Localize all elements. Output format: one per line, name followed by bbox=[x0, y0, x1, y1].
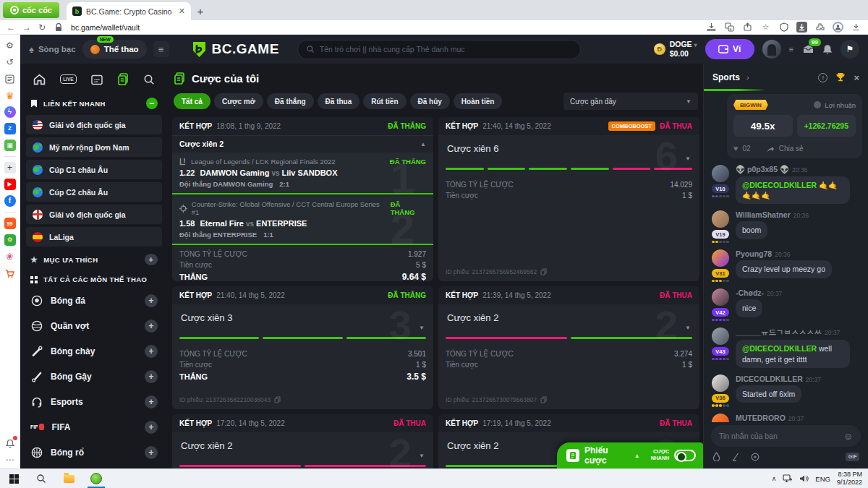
chevron-down-icon[interactable]: ▼ bbox=[419, 325, 425, 331]
extensions-puzzle-icon[interactable] bbox=[814, 22, 825, 33]
zalo-icon[interactable]: Z bbox=[4, 123, 16, 134]
sort-dropdown[interactable]: Cược gần đây ▼ bbox=[563, 93, 698, 110]
crown-icon[interactable]: ♛ bbox=[4, 90, 16, 101]
sidebar-item-football[interactable]: Bóng đá + bbox=[20, 288, 168, 313]
like-icon[interactable]: ♥ bbox=[733, 144, 739, 153]
sidebar-item-cricket[interactable]: Bóng Gậy + bbox=[20, 364, 168, 389]
expand-football-button[interactable]: + bbox=[145, 294, 158, 307]
download-active-icon[interactable] bbox=[796, 22, 807, 33]
avatar[interactable] bbox=[712, 374, 729, 392]
shield-icon[interactable] bbox=[778, 22, 789, 33]
chevron-down-icon[interactable]: ▼ bbox=[685, 155, 691, 162]
collapse-quick-links-button[interactable]: − bbox=[146, 98, 158, 109]
promo-icon[interactable]: ✿ bbox=[4, 234, 16, 246]
close-chat-icon[interactable]: × bbox=[854, 72, 859, 83]
quick-link-item[interactable]: LaLiga bbox=[26, 227, 162, 247]
flower-icon[interactable]: ❀ bbox=[4, 251, 16, 262]
chat-tab-sports[interactable]: Sports bbox=[712, 64, 740, 91]
copy-icon[interactable] bbox=[540, 268, 547, 275]
share-icon[interactable] bbox=[767, 145, 775, 153]
expand-baseball-button[interactable]: + bbox=[145, 345, 158, 358]
filter-lost[interactable]: Đã thua bbox=[318, 93, 360, 109]
trophy-icon[interactable] bbox=[835, 72, 846, 82]
avatar[interactable] bbox=[712, 165, 729, 182]
downloads-icon[interactable] bbox=[851, 22, 861, 33]
chevron-up-icon[interactable]: ▲ bbox=[634, 453, 640, 459]
coccoc-menu-button[interactable]: cốc cốc bbox=[3, 2, 59, 18]
share-icon[interactable] bbox=[742, 22, 753, 33]
quick-bet-toggle[interactable] bbox=[674, 450, 696, 461]
more-dots-icon[interactable]: ⋯ bbox=[4, 454, 16, 466]
history-icon[interactable]: ↺ bbox=[4, 56, 16, 68]
bcgame-logo[interactable]: BC.GAME bbox=[192, 41, 279, 58]
translate-icon[interactable]: a bbox=[724, 22, 735, 33]
save-page-icon[interactable] bbox=[706, 22, 717, 33]
expand-esports-button[interactable]: + bbox=[145, 395, 158, 408]
my-bets-icon[interactable] bbox=[117, 73, 129, 85]
reload-icon[interactable]: ↻ bbox=[38, 23, 46, 32]
filter-open[interactable]: Cược mở bbox=[214, 93, 263, 109]
sidebar-item-tennis[interactable]: Quần vợt + bbox=[20, 313, 168, 338]
language-indicator[interactable]: ENG bbox=[815, 475, 830, 483]
browser-tab[interactable]: b BC.Game: Crypto Casino Gam ✕ bbox=[67, 2, 191, 20]
quick-link-item[interactable]: Cúp C2 châu Âu bbox=[26, 182, 162, 202]
nav-casino[interactable]: ♠ Sòng bạc bbox=[29, 44, 76, 55]
tab-close-icon[interactable]: ✕ bbox=[179, 7, 185, 16]
avatar[interactable] bbox=[712, 328, 729, 345]
back-icon[interactable]: ← bbox=[7, 23, 15, 32]
expand-fifa-button[interactable]: + bbox=[145, 421, 158, 434]
filter-refund[interactable]: Hoàn tiền bbox=[454, 93, 503, 109]
collapse-menu-icon[interactable]: ≡ bbox=[153, 41, 169, 57]
bet-slip-fab[interactable]: Phiếu cược ▲ CƯỢC NHANH bbox=[557, 442, 703, 468]
user-avatar[interactable] bbox=[762, 40, 781, 59]
balance-selector[interactable]: Ð DOGE▾ $0.00 bbox=[654, 40, 697, 58]
copy-icon[interactable] bbox=[274, 396, 281, 403]
avatar[interactable] bbox=[712, 288, 729, 306]
chat-toggle-button[interactable]: ⚑ bbox=[841, 40, 859, 59]
share-label[interactable]: Chia sẻ bbox=[779, 145, 804, 153]
chat-rules-info-icon[interactable]: ! bbox=[818, 73, 827, 82]
coccoc-taskbar-button[interactable] bbox=[82, 469, 110, 488]
news-feed-icon[interactable] bbox=[4, 73, 16, 85]
bet-title-row[interactable]: Cược xiên 2 2 ▼ bbox=[438, 304, 699, 325]
bet-title-row[interactable]: Cược xiên 3 3 ▼ bbox=[172, 304, 433, 325]
avatar[interactable] bbox=[712, 210, 729, 228]
filter-cancelled[interactable]: Đã hủy bbox=[410, 93, 450, 109]
games-gamepad-icon[interactable]: ▣ bbox=[4, 140, 16, 151]
facebook-icon[interactable]: f bbox=[4, 195, 16, 207]
chevron-right-icon[interactable]: › bbox=[746, 73, 749, 82]
settings-gear-icon[interactable]: ⚙ bbox=[4, 40, 16, 51]
user-menu-icon[interactable]: ≡ bbox=[789, 45, 794, 53]
bell-icon[interactable] bbox=[822, 44, 833, 55]
rules-icon[interactable] bbox=[731, 453, 740, 461]
game-search-input[interactable]: Tên trò chơi || nhà cung cấp Thẻ danh mụ… bbox=[297, 40, 581, 59]
bet-title-row[interactable]: Cược xiên 2 ▲ bbox=[172, 135, 433, 152]
forward-icon[interactable]: → bbox=[22, 23, 31, 32]
start-button[interactable] bbox=[0, 469, 27, 488]
quick-link-item[interactable]: Cúp C1 châu Âu bbox=[26, 160, 162, 179]
expand-cricket-button[interactable]: + bbox=[145, 370, 158, 383]
tray-chevron-icon[interactable]: ∧ bbox=[772, 475, 777, 482]
filter-all[interactable]: Tất cả bbox=[174, 93, 210, 109]
rain-icon[interactable] bbox=[712, 452, 720, 461]
gif-icon[interactable]: GIF bbox=[846, 453, 859, 461]
add-favorite-button[interactable]: + bbox=[145, 254, 158, 265]
profile-avatar-icon[interactable] bbox=[833, 22, 843, 33]
clock[interactable]: 8:38 PM 9/1/2022 bbox=[837, 471, 862, 487]
taskbar-search-button[interactable] bbox=[27, 469, 55, 488]
quick-link-item[interactable]: Giải vô địch quốc gia bbox=[26, 205, 162, 224]
sidebar-item-baseball[interactable]: Bóng chày + bbox=[20, 338, 168, 364]
youtube-icon[interactable]: ▶ bbox=[4, 179, 16, 190]
sidebar-item-esports[interactable]: Esports + bbox=[20, 389, 168, 414]
bigwin-share-card[interactable]: BIGWIN Lợi nhuận 49.5x +1262.76295 ♥ 02 bbox=[727, 94, 862, 158]
shop-badge-icon[interactable]: 99 bbox=[4, 218, 16, 229]
network-icon[interactable] bbox=[783, 474, 793, 483]
expand-basketball-button[interactable]: + bbox=[145, 446, 158, 459]
wallet-button[interactable]: Ví bbox=[705, 39, 754, 59]
sidebar-item-fifa[interactable]: FIF FIFA + bbox=[20, 414, 168, 440]
filter-won[interactable]: Đã thắng bbox=[267, 93, 314, 109]
chevron-down-icon[interactable]: ▼ bbox=[419, 453, 425, 459]
bet-title-row[interactable]: Cược xiên 6 6 ▼ bbox=[438, 135, 699, 155]
expand-tennis-button[interactable]: + bbox=[145, 320, 158, 333]
tip-coin-icon[interactable] bbox=[751, 453, 760, 461]
